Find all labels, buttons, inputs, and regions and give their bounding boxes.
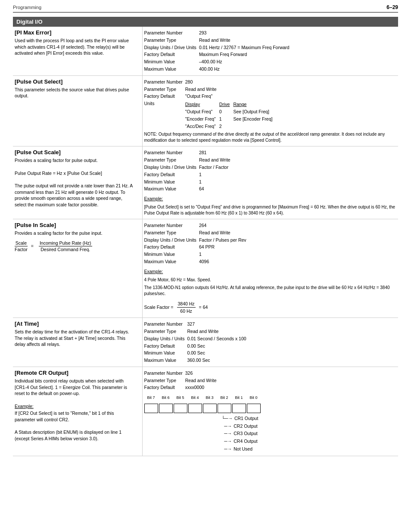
desc-line-0: Provides a scaling factor for pulse outp… — [15, 157, 135, 164]
remote-cr-output-left: [Remote CR Output] Individual bits contr… — [13, 367, 142, 456]
at-time-right: Parameter Number 327 Parameter Type Read… — [142, 318, 398, 367]
detail-value: Read and Write — [199, 156, 233, 164]
units-drive-1: 1 — [219, 115, 234, 123]
detail-value: 360.00 Sec — [187, 357, 249, 364]
pulse-out-scale-left: [Pulse Out Scale] Provides a scaling fac… — [13, 146, 142, 219]
detail-label: Maximum Value — [144, 258, 199, 265]
units-col-drive: Drive — [219, 101, 234, 108]
desc-line: Individual bits control relay outputs wh… — [15, 378, 135, 397]
detail-value: 264 — [199, 222, 249, 229]
pulse-out-scale-title: [Pulse Out Scale] — [15, 149, 140, 156]
at-time-table: [At Time] Sets the delay time for the ac… — [13, 318, 398, 367]
detail-label: Factory Default — [144, 171, 199, 178]
pulse-out-scale-row: [Pulse Out Scale] Provides a scaling fac… — [13, 146, 398, 219]
units-header-row: Display Drive Range — [185, 101, 276, 108]
units-data-row: "Acc/Dec Freq" 2 — [185, 123, 276, 130]
scale-factor-eq: Scale Factor = 3840 Hz 60 Hz = 64 — [144, 300, 397, 315]
detail-value: 280 — [185, 78, 279, 86]
remote-cr-output-details-table: Parameter Number 326 Parameter Type Read… — [144, 370, 219, 391]
bit-label-7: Bit 7 — [144, 395, 158, 401]
pulse-in-scale-example: Example: 4 Pole Motor, 60 Hz = Max. Spee… — [144, 268, 397, 297]
example-line-0: 4 Pole Motor, 60 Hz = Max. Speed. — [144, 277, 397, 283]
arrow-cr4: ─→ CR4 Output — [222, 438, 397, 445]
example-text: If [CR2 Out Select] is set to "Remote," … — [15, 410, 135, 423]
remote-cr-output-table: [Remote CR Output] Individual bits contr… — [13, 367, 398, 456]
detail-row: Parameter Number 327 — [144, 320, 249, 328]
detail-label: Display Units / Drive Units — [144, 44, 199, 51]
detail-row: Maximum Value 360.00 Sec — [144, 357, 249, 364]
desc-line-2: Pulse Output Rate = Hz x [Pulse Out Scal… — [15, 170, 135, 177]
detail-value: 281 — [199, 149, 233, 156]
desc-line-4: The pulse output will not provide a rate… — [15, 183, 135, 208]
detail-label: Parameter Type — [144, 156, 199, 164]
pulse-in-scale-title: [Pulse In Scale] — [15, 222, 140, 228]
pulse-out-select-left: [Pulse Out Select] This parameter select… — [13, 76, 142, 146]
units-range-0: See [Output Freq] — [233, 108, 276, 115]
arrow-cr3: ─→ CR3 Output — [222, 430, 397, 438]
page-header: Programming 6–29 — [13, 4, 398, 12]
scale-factor-result: = 64 — [199, 304, 208, 311]
arrow-not-used: ─→ Not Used — [222, 445, 397, 453]
cr2-output-label: CR2 Output — [234, 423, 257, 430]
units-range-2 — [233, 123, 276, 130]
detail-label: Parameter Number — [144, 320, 187, 328]
bit-label-2: Bit 2 — [218, 395, 231, 401]
detail-label: Parameter Number — [144, 29, 199, 37]
detail-label: Minimum Value — [144, 58, 199, 65]
pulse-out-scale-table: [Pulse Out Scale] Provides a scaling fac… — [13, 146, 398, 219]
scale-equation: Scale Factor = Incoming Pulse Rate (Hz) … — [15, 240, 135, 253]
detail-row: Factory Default xxxx0000 — [144, 384, 219, 391]
detail-label: Factory Default — [144, 51, 199, 58]
pulse-out-scale-details-table: Parameter Number 281 Parameter Type Read… — [144, 149, 233, 193]
units-table: Display Drive Range "Output Freq" 0 See … — [185, 101, 276, 130]
bit-label-4: Bit 4 — [188, 395, 202, 401]
pi-max-error-row: [PI Max Error] Used with the process PI … — [13, 27, 398, 75]
at-time-title: [At Time] — [15, 320, 140, 327]
detail-label: Maximum Value — [144, 185, 199, 193]
detail-row: Display Units / Drive Units Factor / Pul… — [144, 236, 249, 244]
detail-label: Factory Default — [144, 243, 199, 251]
units-data-row: "Output Freq" 0 See [Output Freq] — [185, 108, 276, 115]
detail-value: 293 — [199, 29, 292, 37]
remote-cr-output-details: Parameter Number 326 Parameter Type Read… — [144, 370, 397, 453]
header-page: 6–29 — [386, 4, 398, 10]
bit-label-5: Bit 5 — [174, 395, 187, 401]
pi-max-error-left: [PI Max Error] Used with the process PI … — [13, 27, 142, 75]
detail-label: Minimum Value — [144, 251, 199, 258]
pulse-out-select-table: [Pulse Out Select] This parameter select… — [13, 76, 398, 147]
units-display-1: "Encoder Freq" — [185, 115, 219, 123]
at-time-left: [At Time] Sets the delay time for the ac… — [13, 318, 142, 367]
detail-label: Parameter Number — [144, 78, 185, 86]
at-time-details-table: Parameter Number 327 Parameter Type Read… — [144, 320, 249, 364]
detail-value: 326 — [185, 370, 219, 377]
pulse-in-scale-table: [Pulse In Scale] Provides a scaling fact… — [13, 219, 398, 318]
bit-box-7 — [144, 404, 158, 413]
pulse-out-scale-example: Example: [Pulse Out Select] is set to "O… — [144, 195, 397, 216]
pulse-out-select-desc: This parameter selects the source value … — [15, 87, 135, 99]
arrow-cr2: ─→ CR2 Output — [222, 423, 397, 430]
scale-factor-fraction: 3840 Hz 60 Hz — [177, 300, 196, 315]
detail-label: Parameter Type — [144, 377, 185, 384]
page: Programming 6–29 Digital I/O [PI Max Err… — [0, 0, 411, 465]
bit-box-4 — [188, 404, 202, 413]
detail-value: Read and Write — [185, 377, 219, 384]
detail-value: Factor / Pulses per Rev — [199, 236, 249, 244]
units-col-display: Display — [185, 101, 219, 108]
at-time-desc: Sets the delay time for the activation o… — [15, 329, 135, 348]
at-time-row: [At Time] Sets the delay time for the ac… — [13, 318, 398, 367]
bit-box-1 — [232, 404, 246, 413]
detail-row: Maximum Value 64 — [144, 185, 233, 193]
units-drive-0: 0 — [219, 108, 234, 115]
units-col-range: Range — [233, 101, 276, 108]
example-label: Example: — [144, 269, 163, 274]
detail-row: Parameter Number 264 — [144, 222, 249, 229]
detail-value: 0.01 Hertz / 32767 = Maximum Freq Forwar… — [199, 44, 292, 51]
detail-value: 64 — [199, 185, 233, 193]
detail-value: Read and Write — [199, 37, 292, 44]
pi-max-error-title: [PI Max Error] — [15, 29, 140, 36]
detail-label: Factory Default — [144, 342, 187, 350]
scale-numerator: Incoming Pulse Rate (Hz) — [39, 240, 92, 247]
bit-arrow-labels: └─→ CR1 Output ─→ CR2 Output ─→ CR3 Outp… — [222, 415, 397, 453]
cr4-output-label: CR4 Output — [234, 438, 257, 445]
detail-value: xxxx0000 — [185, 384, 219, 391]
